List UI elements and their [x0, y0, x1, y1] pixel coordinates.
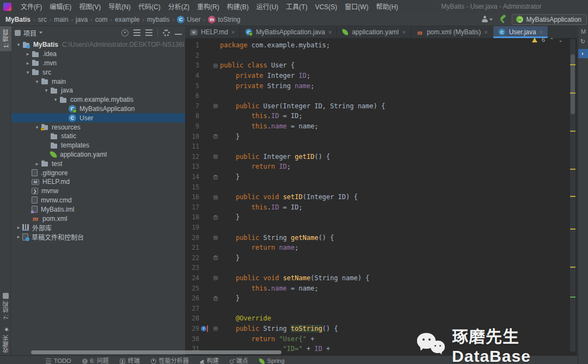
close-icon[interactable]: ×: [540, 29, 543, 35]
collapse-all-icon[interactable]: [145, 29, 152, 36]
user-account-button[interactable]: [481, 16, 493, 23]
fold-end-icon[interactable]: ^: [213, 297, 218, 301]
fold-toggle[interactable]: –: [211, 326, 220, 331]
code-editor[interactable]: 1package com.example.mybatis;23–public c…: [185, 39, 577, 355]
warning-stripe-mark[interactable]: [570, 267, 575, 268]
fold-collapse-icon[interactable]: –: [213, 326, 218, 331]
horizontal-scrollbar[interactable]: [31, 350, 281, 354]
warning-stripe-mark[interactable]: [570, 229, 575, 230]
fold-toggle[interactable]: –: [211, 235, 220, 240]
breadcrumb-item[interactable]: MyBatis: [5, 16, 30, 23]
tree-row[interactable]: ▸外部库: [11, 223, 185, 232]
tree-row[interactable]: .gitignore: [11, 168, 185, 177]
tree-chevron-icon[interactable]: ▾: [24, 70, 32, 75]
refresh-icon[interactable]: ↻: [578, 35, 588, 45]
tree-chevron-icon[interactable]: ▾: [33, 125, 41, 130]
close-icon[interactable]: ×: [231, 29, 235, 35]
tree-chevron-icon[interactable]: ▸: [24, 51, 32, 57]
success-stripe-mark[interactable]: [570, 297, 575, 298]
tree-row[interactable]: ▸草稿文件和控制台: [11, 232, 185, 242]
fold-end-icon[interactable]: ^: [213, 256, 218, 260]
tree-chevron-icon[interactable]: ▸: [15, 225, 22, 230]
vertical-scrollbar[interactable]: [570, 39, 575, 351]
fold-toggle[interactable]: –: [211, 275, 220, 280]
menu-item[interactable]: 重构(R): [193, 2, 223, 12]
tree-row[interactable]: static: [11, 132, 185, 141]
fold-end-icon[interactable]: ^: [213, 215, 218, 220]
tree-row[interactable]: ▾com.example.mybatis: [11, 95, 185, 104]
editor-tab[interactable]: application.yaml×: [337, 26, 411, 38]
inspection-widget[interactable]: 6 ⌃ ⌄: [532, 36, 563, 43]
fold-collapse-icon[interactable]: –: [213, 276, 218, 280]
fold-toggle[interactable]: –: [211, 63, 220, 68]
menu-item[interactable]: VCS(S): [311, 2, 341, 12]
project-panel-title[interactable]: 项目: [23, 28, 36, 38]
tree-row[interactable]: ▸.mvn: [11, 59, 185, 68]
breadcrumb-item[interactable]: src: [38, 16, 47, 23]
fold-end-icon[interactable]: ^: [213, 134, 218, 139]
menu-item[interactable]: 运行(U): [253, 2, 283, 12]
tree-row[interactable]: ▾resources: [11, 122, 185, 132]
warning-stripe-mark[interactable]: [570, 196, 575, 197]
tree-row[interactable]: ❯mvnw: [11, 187, 185, 196]
menu-item[interactable]: 视图(V): [75, 2, 105, 12]
close-icon[interactable]: ×: [402, 29, 405, 35]
tree-row[interactable]: ▾MyBatisC:\Users\Administrator.DESKTOP-N…: [11, 40, 185, 50]
menu-item[interactable]: 代码(C): [134, 2, 164, 12]
tree-row[interactable]: application.yaml: [11, 150, 185, 159]
run-configuration-select[interactable]: MyBatisApplication: [512, 14, 587, 25]
menu-item[interactable]: 编辑(E): [46, 2, 75, 12]
tree-chevron-icon[interactable]: ▾: [42, 88, 50, 93]
next-warning-icon[interactable]: ⌄: [559, 37, 563, 43]
menu-item[interactable]: 构建(B): [223, 2, 253, 12]
tool-window-button--[interactable]: ❯终端: [120, 357, 140, 364]
tree-row[interactable]: MHELP.md: [11, 177, 185, 187]
tree-row[interactable]: CMyBatisApplication: [11, 104, 185, 114]
tree-row[interactable]: ▾src: [11, 67, 185, 77]
fold-end-icon[interactable]: ^: [213, 175, 218, 180]
fold-collapse-icon[interactable]: –: [213, 236, 218, 240]
close-icon[interactable]: ×: [328, 29, 332, 35]
fold-collapse-icon[interactable]: –: [213, 195, 218, 200]
close-icon[interactable]: ×: [484, 29, 487, 35]
warning-stripe-mark[interactable]: [570, 92, 575, 94]
breadcrumb-item[interactable]: com: [95, 16, 108, 23]
hide-panel-icon[interactable]: [175, 34, 182, 35]
warning-stripe-mark[interactable]: [570, 131, 575, 132]
fold-toggle[interactable]: –: [211, 195, 220, 200]
tree-chevron-icon[interactable]: ▾: [15, 42, 22, 47]
fold-collapse-icon[interactable]: –: [213, 64, 218, 68]
override-marker-icon[interactable]: ↑: [201, 326, 206, 331]
tree-row[interactable]: ▾java: [11, 86, 185, 95]
breadcrumb-item[interactable]: CUser: [177, 16, 200, 23]
tool-window-button-TODO[interactable]: TODO: [46, 357, 71, 364]
tool-window-button--[interactable]: 端点: [230, 357, 248, 364]
maven-tree-expander[interactable]: ›: [578, 49, 588, 58]
tree-row[interactable]: mpom.xml: [11, 214, 185, 223]
tree-row[interactable]: ▾main: [11, 77, 185, 86]
fold-toggle[interactable]: –: [211, 103, 220, 108]
warning-stripe-mark[interactable]: [570, 169, 575, 170]
fold-toggle[interactable]: ^: [211, 215, 220, 220]
tree-chevron-icon[interactable]: ▾: [33, 79, 41, 84]
editor-tab[interactable]: MHELP.md×: [185, 26, 240, 38]
tree-row[interactable]: MyBatis.iml: [11, 205, 185, 214]
tree-row[interactable]: ▸.idea: [11, 50, 185, 59]
scrollbar-thumb[interactable]: [571, 54, 575, 114]
tree-chevron-icon[interactable]: ▸: [33, 161, 41, 166]
chevron-down-icon[interactable]: [39, 32, 42, 34]
tree-chevron-icon[interactable]: ▾: [52, 97, 59, 102]
breadcrumb-item[interactable]: mtoString: [208, 16, 240, 23]
tool-window-button[interactable]: 7: 结构: [0, 289, 12, 323]
tree-row[interactable]: CUser: [11, 113, 185, 122]
fold-toggle[interactable]: ^: [211, 175, 220, 180]
breadcrumb-item[interactable]: java: [76, 16, 88, 23]
menu-item[interactable]: 工具(T): [282, 2, 311, 12]
fold-toggle[interactable]: ^: [211, 255, 220, 260]
expand-all-icon[interactable]: [133, 29, 140, 36]
menu-item[interactable]: 帮助(H): [372, 2, 402, 12]
breadcrumb-item[interactable]: mybatis: [147, 16, 169, 23]
editor-tab[interactable]: mpom.xml (MyBatis)×: [411, 26, 493, 38]
gear-icon[interactable]: [163, 29, 170, 36]
tool-window-button-project[interactable]: 1: 项目: [0, 26, 12, 51]
